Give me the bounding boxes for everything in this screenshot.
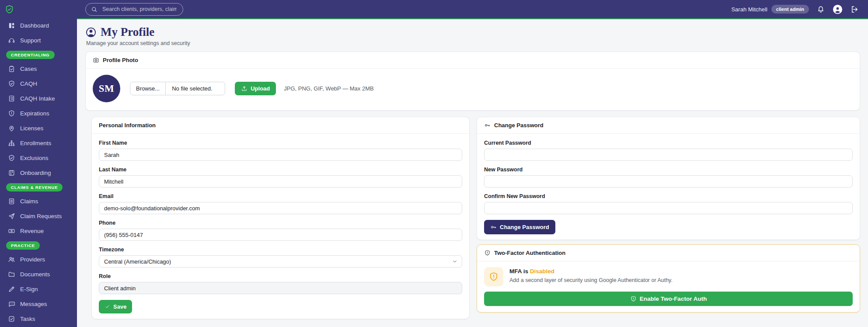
- email-field[interactable]: [99, 202, 462, 214]
- sidebar-item-dashboard[interactable]: Dashboard: [0, 18, 77, 33]
- logout-icon[interactable]: [850, 5, 859, 14]
- upload-button[interactable]: Upload: [235, 82, 276, 95]
- pen-icon: [8, 285, 15, 293]
- sidebar-item-exclusions[interactable]: Exclusions: [0, 150, 77, 165]
- upload-icon: [241, 85, 248, 92]
- profile-user-icon: [85, 27, 97, 38]
- first-name-field[interactable]: [99, 149, 462, 161]
- sidebar-item-esign[interactable]: E-Sign: [0, 282, 77, 296]
- clipboard-check-icon: [8, 65, 15, 73]
- new-password-group: New Password: [484, 167, 853, 188]
- sidebar-section-practice: PRACTICE: [6, 241, 40, 250]
- profile-photo-body: SM Browse... No file selected. Upload JP…: [86, 69, 860, 110]
- sidebar-item-revenue[interactable]: Revenue: [0, 223, 77, 238]
- page-subtitle: Manage your account settings and securit…: [86, 40, 860, 46]
- chevron-down-icon: [452, 258, 458, 264]
- sidebar-item-label: Dashboard: [20, 22, 49, 29]
- shield-check-icon: [8, 80, 15, 87]
- shield-alert-icon: [8, 110, 15, 117]
- sidebar-item-label: Exclusions: [20, 155, 49, 161]
- sidebar-item-claims[interactable]: Claims: [0, 194, 77, 209]
- key-icon: [490, 224, 497, 230]
- mfa-description: Add a second layer of security using Goo…: [509, 277, 673, 283]
- save-button[interactable]: Save: [99, 300, 132, 313]
- role-field: [99, 282, 462, 294]
- dashboard-icon: [8, 22, 15, 29]
- sidebar-item-label: CAQH Intake: [20, 95, 55, 102]
- sidebar-item-messages[interactable]: Messages: [0, 296, 77, 311]
- key-icon: [484, 122, 491, 129]
- topbar-right: Sarah Mitchell client admin: [731, 4, 859, 14]
- sidebar-item-support[interactable]: Support: [0, 33, 77, 48]
- avatar: SM: [93, 75, 120, 102]
- user-avatar-icon[interactable]: [833, 4, 843, 14]
- mfa-warning-icon-box: [484, 267, 503, 286]
- search-input[interactable]: [101, 6, 178, 13]
- phone-field[interactable]: [99, 229, 462, 241]
- new-password-field[interactable]: [484, 175, 853, 188]
- paper-plane-icon: [8, 212, 15, 220]
- last-name-field[interactable]: [99, 175, 462, 188]
- map-pin-icon: [8, 125, 15, 132]
- personal-info-card-title: Personal Information: [99, 122, 156, 129]
- confirm-password-field[interactable]: [484, 202, 853, 214]
- timezone-group: Timezone Central (America/Chicago): [99, 247, 462, 268]
- network-icon: [8, 139, 15, 147]
- browse-button[interactable]: Browse...: [130, 82, 166, 95]
- role-group: Role: [99, 273, 462, 294]
- photo-file-input[interactable]: Browse... No file selected.: [130, 82, 225, 95]
- change-password-card-title: Change Password: [494, 122, 544, 129]
- sidebar-item-onboarding[interactable]: Onboarding: [0, 165, 77, 180]
- sidebar-item-label: E-Sign: [20, 286, 38, 292]
- page-title: My Profile: [101, 25, 154, 39]
- sidebar-item-cases[interactable]: Cases: [0, 61, 77, 76]
- folder-icon: [8, 271, 15, 278]
- profile-photo-card-header: Profile Photo: [86, 52, 860, 69]
- sidebar-item-label: Cases: [20, 66, 37, 72]
- app-logo-shield-icon[interactable]: [4, 4, 14, 14]
- last-name-label: Last Name: [99, 167, 462, 173]
- profile-photo-card: Profile Photo SM Browse... No file selec…: [85, 52, 860, 111]
- global-search[interactable]: [85, 3, 183, 16]
- sidebar-item-documents[interactable]: Documents: [0, 267, 77, 282]
- change-password-body: Current Password New Password Confirm Ne…: [477, 134, 860, 240]
- file-status-text: No file selected.: [166, 82, 225, 95]
- change-password-card-header: Change Password: [477, 117, 860, 134]
- personal-info-body: First Name Last Name Email Phone Timezon…: [92, 134, 469, 319]
- sidebar-item-enrollments[interactable]: Enrollments: [0, 136, 77, 150]
- sidebar-item-providers[interactable]: Providers: [0, 252, 77, 267]
- shield-alert-icon: [484, 250, 491, 256]
- sidebar-item-caqh-intake[interactable]: CAQH Intake: [0, 91, 77, 106]
- sidebar-item-expirations[interactable]: Expirations: [0, 106, 77, 121]
- sidebar-item-licenses[interactable]: Licenses: [0, 121, 77, 136]
- sidebar-item-caqh[interactable]: CAQH: [0, 76, 77, 91]
- timezone-label: Timezone: [99, 247, 462, 253]
- shield-check-icon: [8, 154, 15, 162]
- mfa-status-value: Disabled: [530, 268, 554, 275]
- timezone-select[interactable]: Central (America/Chicago): [99, 255, 462, 268]
- current-password-group: Current Password: [484, 140, 853, 161]
- current-password-label: Current Password: [484, 140, 853, 146]
- document-lines-icon: [8, 198, 15, 205]
- sidebar-item-label: Expirations: [20, 110, 49, 117]
- sidebar-item-claim-requests[interactable]: Claim Requests: [0, 209, 77, 223]
- two-factor-card-title: Two-Factor Authentication: [494, 250, 565, 256]
- page-header: My Profile: [85, 25, 860, 39]
- notifications-bell-icon[interactable]: [816, 5, 825, 14]
- sidebar-item-tasks[interactable]: Tasks: [0, 311, 77, 326]
- email-label: Email: [99, 193, 462, 199]
- check-square-icon: [8, 315, 15, 323]
- last-name-group: Last Name: [99, 167, 462, 188]
- current-password-field[interactable]: [484, 149, 853, 161]
- change-password-card: Change Password Current Password New Pas…: [477, 117, 860, 240]
- sidebar: Dashboard Support CREDENTIALING Cases CA…: [0, 0, 77, 327]
- search-icon: [91, 6, 98, 13]
- shield-icon: [630, 296, 637, 302]
- two-factor-card: Two-Factor Authentication MFA is Disable…: [477, 244, 860, 313]
- change-password-button[interactable]: Change Password: [484, 220, 555, 234]
- sidebar-item-label: Enrollments: [20, 140, 51, 146]
- user-name: Sarah Mitchell: [731, 6, 767, 13]
- mfa-status-text: MFA is Disabled: [509, 267, 673, 275]
- users-icon: [8, 256, 15, 263]
- enable-two-factor-button[interactable]: Enable Two-Factor Auth: [484, 292, 853, 306]
